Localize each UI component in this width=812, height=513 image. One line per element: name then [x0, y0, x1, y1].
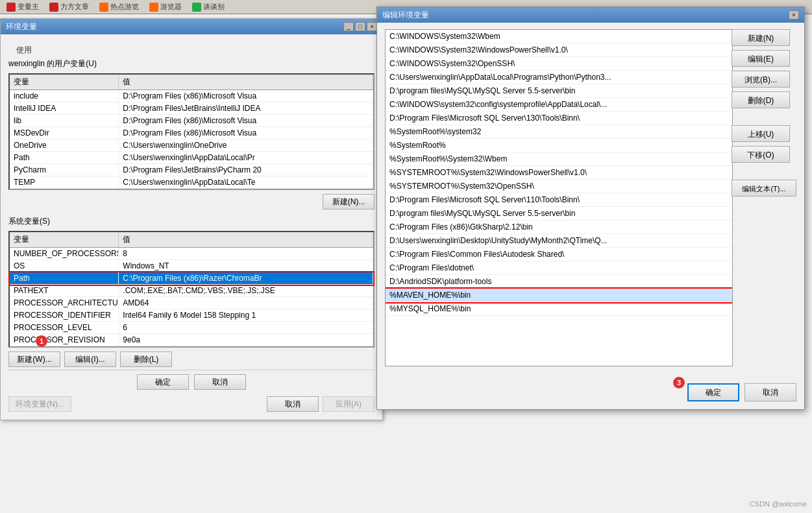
sys-table-row[interactable]: PATHEXT.COM;.EXE;.BAT;.CMD;.VBS;.VBE;.JS… — [10, 285, 373, 297]
user-table-row[interactable]: OneDriveC:\Users\wenxinglin\OneDrive — [10, 139, 373, 152]
env-dialog: 环境变量 _ □ × 使用 wenxinglin 的用户变量(U) 变量 值 i… — [0, 18, 383, 420]
path-list-item[interactable]: D:\Program Files\Microsoft SQL Server\13… — [386, 112, 732, 125]
sys-table-row[interactable]: PROCESSOR_LEVEL6 — [10, 322, 373, 334]
env-dialog-maximize-btn[interactable]: □ — [355, 22, 365, 31]
taskbar-item-3[interactable]: 热点游览 — [95, 1, 143, 12]
user-row-val: D:\Program Files (x86)\Microsoft Visua — [119, 90, 373, 102]
env-dialog-titlebar: 环境变量 _ □ × — [1, 19, 382, 34]
badge-3: 3 — [673, 377, 685, 388]
env-dialog-minimize-btn[interactable]: _ — [343, 22, 354, 31]
right-buttons: 新建(N) 编辑(E) 浏览(B)... 删除(D) 上移(U) 下移(O) 编… — [732, 29, 796, 197]
taskbar-icon-1 — [6, 3, 16, 12]
taskbar-icon-3 — [99, 3, 108, 12]
path-list-item[interactable]: D:\Program Files\Microsoft SQL Server\11… — [386, 193, 732, 207]
user-row-var: PyCharm — [10, 164, 119, 176]
taskbar-icon-5 — [192, 3, 201, 12]
edit-text-btn[interactable]: 编辑文本(T)... — [732, 180, 796, 197]
path-list-item[interactable]: %SystemRoot%\system32 — [386, 125, 732, 139]
new-path-btn[interactable]: 新建(N) — [732, 29, 790, 46]
path-list-item[interactable]: C:\Program Files\Common Files\Autodesk S… — [386, 248, 732, 261]
path-list-item[interactable]: %SystemRoot%\System32\Wbem — [386, 152, 732, 166]
new-user-btn[interactable]: 新建(N)... — [323, 194, 375, 209]
path-list-item[interactable]: C:\Users\wenxinglin\AppData\Local\Progra… — [386, 71, 732, 84]
user-table-row[interactable]: MSDevDirD:\Program Files (x86)\Microsoft… — [10, 127, 373, 139]
user-row-var: Path — [10, 152, 119, 164]
edit-env-dialog-titlebar: 编辑环境变量 × — [377, 7, 804, 23]
edit-confirm-btn[interactable]: 确定 — [687, 383, 739, 401]
sys-row-val: C:\Program Files (x86)\Razer\ChromaBr — [119, 272, 373, 285]
user-table-row[interactable]: PathC:\Users\wenxinglin\AppData\Local\Pr — [10, 152, 373, 164]
env-dialog-title: 环境变量 — [6, 21, 37, 32]
path-list-item[interactable]: C:\WINDOWS\System32\OpenSSH\ — [386, 57, 732, 71]
path-list-item[interactable]: %MYSQL_HOME%\bin — [386, 302, 732, 316]
delete-path-btn[interactable]: 删除(D) — [732, 91, 790, 108]
edit-env-dialog-title-buttons: × — [789, 10, 799, 19]
sys-table-row[interactable]: PathC:\Program Files (x86)\Razer\ChromaB… — [10, 272, 373, 285]
edit-system-btn[interactable]: 编辑(I)... — [64, 352, 116, 367]
path-list-item[interactable]: D:\program files\MySQL\MySQL Server 5.5-… — [386, 84, 732, 98]
browse-path-btn[interactable]: 浏览(B)... — [732, 71, 790, 88]
user-table-wrapper: 变量 值 includeD:\Program Files (x86)\Micro… — [8, 73, 375, 190]
taskbar-label-3: 热点游览 — [110, 2, 139, 12]
sys-row-var: PATHEXT — [10, 285, 119, 297]
main-confirm-btn[interactable]: 确定 — [137, 374, 189, 390]
sys-table-row[interactable]: NUMBER_OF_PROCESSORS8 — [10, 248, 373, 260]
edit-env-close-btn[interactable]: × — [789, 10, 799, 19]
path-list-item[interactable]: D:\AndriodSDK\platform-tools — [386, 275, 732, 289]
path-list: C:\WINDOWS\System32\WbemC:\WINDOWS\Syste… — [386, 30, 732, 316]
move-up-btn[interactable]: 上移(U) — [732, 125, 790, 142]
user-table-row[interactable]: IntelliJ IDEAD:\Program Files\JetBrains\… — [10, 102, 373, 115]
main-cancel-btn[interactable]: 取消 — [194, 374, 246, 390]
taskbar-item-5[interactable]: 谈谈别 — [188, 1, 228, 12]
path-list-item[interactable]: C:\WINDOWS\System32\Wbem — [386, 30, 732, 43]
sys-table-row[interactable]: PROCESSOR_IDENTIFIERIntel64 Family 6 Mod… — [10, 309, 373, 322]
path-list-item[interactable]: %SYSTEMROOT%\System32\WindowsPowerShell\… — [386, 166, 732, 180]
path-list-container[interactable]: C:\WINDOWS\System32\WbemC:\WINDOWS\Syste… — [385, 29, 733, 366]
sys-table-row[interactable]: PROCESSOR_ARCHITECTUREAMD64 — [10, 297, 373, 309]
new-system-btn[interactable]: 新建(W)... — [8, 352, 60, 367]
user-row-val: D:\Program Files\JetBrains\IntelliJ IDEA — [119, 102, 373, 115]
sys-table-row[interactable]: OSWindows_NT — [10, 260, 373, 272]
sys-row-val: AMD64 — [119, 297, 373, 309]
edit-env-dialog-title: 编辑环境变量 — [382, 10, 429, 21]
cancel2-btn[interactable]: 取消 — [267, 396, 319, 412]
env-dialog-close-btn[interactable]: × — [367, 22, 377, 31]
path-list-item[interactable]: C:\WINDOWS\system32\config\systemprofile… — [386, 98, 732, 112]
sys-row-var: PROCESSOR_LEVEL — [10, 322, 119, 334]
user-table-row[interactable]: includeD:\Program Files (x86)\Microsoft … — [10, 90, 373, 102]
apply-btn[interactable]: 应用(A) — [323, 396, 375, 412]
taskbar-label-2: 力方文章 — [60, 2, 89, 12]
user-row-val: C:\Users\wenxinglin\AppData\Local\Pr — [119, 152, 373, 164]
env-btn[interactable]: 环境变量(N)... — [8, 396, 71, 412]
user-table-row[interactable]: libD:\Program Files (x86)\Microsoft Visu… — [10, 115, 373, 127]
env-dialog-title-buttons: _ □ × — [343, 22, 377, 31]
sys-row-val: Intel64 Family 6 Model 158 Stepping 1 — [119, 309, 373, 322]
delete-system-btn[interactable]: 删除(L) — [120, 352, 172, 367]
user-table-row[interactable]: PyCharmD:\Program Files\JetBrains\PyChar… — [10, 164, 373, 176]
bottom-right-btns: 取消 应用(A) — [267, 396, 375, 412]
path-list-item[interactable]: %SYSTEMROOT%\System32\OpenSSH\ — [386, 180, 732, 193]
path-list-item[interactable]: %SystemRoot% — [386, 139, 732, 152]
user-row-var: IntelliJ IDEA — [10, 102, 119, 115]
sys-row-val: .COM;.EXE;.BAT;.CMD;.VBS;.VBE;.JS;.JSE — [119, 285, 373, 297]
path-list-item[interactable]: C:\Program Files\dotnet\ — [386, 261, 732, 275]
taskbar-item-2[interactable]: 力方文章 — [45, 1, 93, 12]
path-list-item[interactable]: %MAVEN_HOME%\bin — [386, 289, 732, 302]
path-list-item[interactable]: D:\Users\wenxinglin\Desktop\UnityStudy\M… — [386, 234, 732, 248]
taskbar-label-1: 变量主 — [18, 2, 39, 12]
sys-row-var: PROCESSOR_IDENTIFIER — [10, 309, 119, 322]
sys-table-row[interactable]: PROCESSOR_REVISION9e0a — [10, 334, 373, 346]
taskbar-item-1[interactable]: 变量主 — [3, 1, 43, 12]
path-list-item[interactable]: D:\program files\MySQL\MySQL Server 5.5-… — [386, 207, 732, 221]
user-row-var: TEMP — [10, 176, 119, 189]
use-label: 使用 — [16, 45, 32, 54]
sys-btn-row: 新建(W)... 编辑(I)... 删除(L) — [8, 352, 375, 367]
taskbar-item-4[interactable]: 游览器 — [145, 1, 186, 12]
sys-row-var: OS — [10, 260, 119, 272]
path-list-item[interactable]: C:\WINDOWS\System32\WindowsPowerShell\v1… — [386, 43, 732, 57]
user-table-row[interactable]: TEMPC:\Users\wenxinglin\AppData\Local\Te — [10, 176, 373, 189]
move-down-btn[interactable]: 下移(O) — [732, 146, 790, 163]
edit-cancel-btn[interactable]: 取消 — [744, 383, 796, 401]
edit-path-btn[interactable]: 编辑(E) — [732, 50, 790, 67]
path-list-item[interactable]: C:\Program Files (x86)\GtkSharp\2.12\bin — [386, 221, 732, 234]
